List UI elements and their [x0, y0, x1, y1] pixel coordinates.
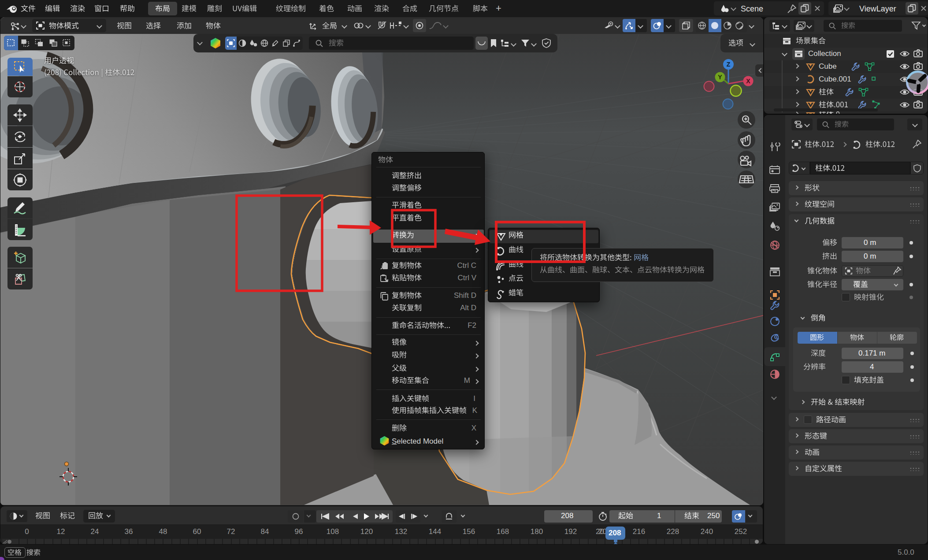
svg-text:Y: Y: [718, 74, 722, 81]
svg-text:Z: Z: [727, 61, 731, 68]
svg-text:X: X: [746, 78, 750, 85]
